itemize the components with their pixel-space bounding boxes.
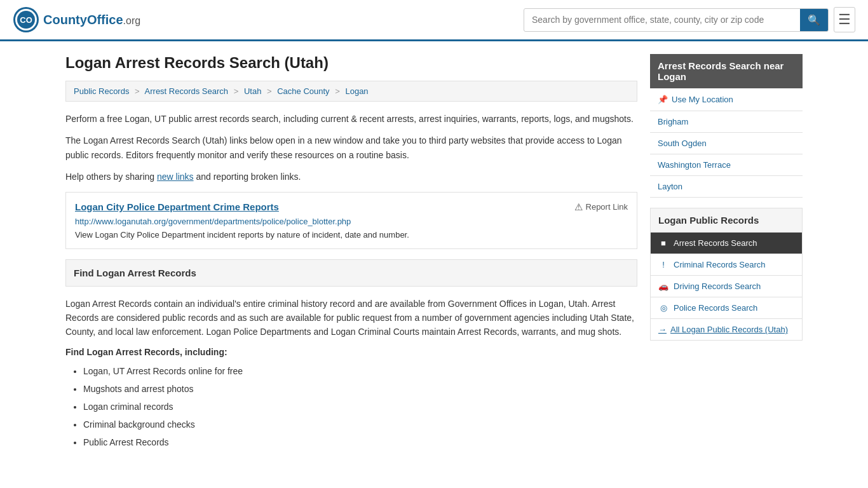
find-description: Logan Arrest Records contain an individu… <box>65 297 637 339</box>
link-card: Logan City Police Department Crime Repor… <box>65 192 637 249</box>
driving-records-icon: 🚗 <box>658 281 668 291</box>
menu-icon[interactable]: ☰ <box>834 7 855 32</box>
list-item: Logan, UT Arrest Records online for free <box>83 362 637 380</box>
arrow-icon: → <box>658 325 667 334</box>
breadcrumb-logan[interactable]: Logan <box>345 86 368 96</box>
breadcrumb-public-records[interactable]: Public Records <box>74 86 129 96</box>
list-item: Mugshots and arrest photos <box>83 380 637 398</box>
sidebar-item-driving-records[interactable]: 🚗 Driving Records Search <box>651 276 802 297</box>
sidebar: Arrest Records Search near Logan 📌 Use M… <box>650 54 803 451</box>
breadcrumb-cache-county[interactable]: Cache County <box>277 86 329 96</box>
police-records-icon: ◎ <box>658 303 668 313</box>
description-1: Perform a free Logan, UT public arrest r… <box>65 112 637 126</box>
nearby-link-south-ogden[interactable]: South Ogden <box>650 133 803 154</box>
description-2: The Logan Arrest Records Search (Utah) l… <box>65 133 637 162</box>
breadcrumb-utah[interactable]: Utah <box>244 86 261 96</box>
header-right: 🔍 ☰ <box>524 7 855 32</box>
logo-icon: CO <box>13 6 39 33</box>
sidebar-public-records: Logan Public Records ■ Arrest Records Se… <box>650 208 803 341</box>
sidebar-item-police-records[interactable]: ◎ Police Records Search <box>651 297 802 319</box>
link-card-title[interactable]: Logan City Police Department Crime Repor… <box>75 201 279 212</box>
sidebar-item-criminal-records[interactable]: ! Criminal Records Search <box>651 254 802 276</box>
nearby-link-brigham[interactable]: Brigham <box>650 111 803 133</box>
report-link-button[interactable]: ⚠ Report Link <box>574 201 628 213</box>
sidebar-item-arrest-records[interactable]: ■ Arrest Records Search <box>651 233 802 254</box>
list-item: Public Arrest Records <box>83 433 637 451</box>
link-card-header: Logan City Police Department Crime Repor… <box>75 201 628 213</box>
find-list: Logan, UT Arrest Records online for free… <box>65 362 637 451</box>
logo-area: CO CountyOffice.org <box>13 6 140 33</box>
location-pin-icon: 📌 <box>658 95 668 104</box>
breadcrumb: Public Records > Arrest Records Search >… <box>65 81 637 102</box>
report-icon: ⚠ <box>574 201 583 213</box>
public-records-title: Logan Public Records <box>651 208 802 233</box>
link-card-url[interactable]: http://www.loganutah.org/government/depa… <box>75 217 628 226</box>
nearby-link-washington-terrace[interactable]: Washington Terrace <box>650 154 803 176</box>
find-list-title: Find Logan Arrest Records, including: <box>65 347 637 357</box>
header: CO CountyOffice.org 🔍 ☰ <box>0 0 868 41</box>
find-section: Find Logan Arrest Records <box>65 259 637 287</box>
search-button[interactable]: 🔍 <box>800 9 828 31</box>
arrest-records-icon: ■ <box>658 238 668 248</box>
svg-text:CO: CO <box>20 15 32 25</box>
use-location-label: Use My Location <box>672 95 733 104</box>
link-card-desc: View Logan City Police Department incide… <box>75 230 628 240</box>
logo-text: CountyOffice.org <box>43 13 140 27</box>
nearby-title: Arrest Records Search near Logan <box>650 54 803 88</box>
find-section-title: Find Logan Arrest Records <box>74 268 629 278</box>
main-container: Logan Arrest Records Search (Utah) Publi… <box>53 41 815 464</box>
content-area: Logan Arrest Records Search (Utah) Publi… <box>65 54 637 451</box>
breadcrumb-arrest-records[interactable]: Arrest Records Search <box>145 86 229 96</box>
use-location-button[interactable]: 📌 Use My Location <box>650 88 803 111</box>
list-item: Logan criminal records <box>83 398 637 416</box>
list-item: Criminal background checks <box>83 416 637 433</box>
search-bar: 🔍 <box>524 8 829 32</box>
criminal-records-icon: ! <box>658 260 668 269</box>
page-title: Logan Arrest Records Search (Utah) <box>65 54 637 72</box>
sidebar-nearby: Arrest Records Search near Logan 📌 Use M… <box>650 54 803 198</box>
all-records-link[interactable]: → All Logan Public Records (Utah) <box>651 319 802 340</box>
new-links[interactable]: new links <box>157 172 194 182</box>
search-input[interactable] <box>524 10 800 30</box>
description-3: Help others by sharing new links and rep… <box>65 170 637 184</box>
nearby-link-layton[interactable]: Layton <box>650 176 803 198</box>
